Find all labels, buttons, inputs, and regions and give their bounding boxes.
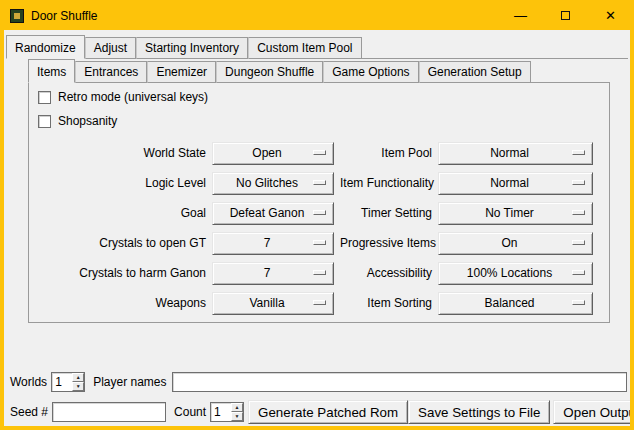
crystals-ganon-dropdown[interactable]: 7 <box>212 262 334 285</box>
dropdown-indicator-icon <box>572 210 585 215</box>
maximize-icon <box>561 11 570 20</box>
option-row: Logic Level No Glitches Item Functionali… <box>29 168 609 198</box>
logic-level-dropdown[interactable]: No Glitches <box>212 172 334 195</box>
minimize-icon: — <box>514 8 527 23</box>
item-functionality-label: Item Functionality <box>340 176 432 190</box>
count-spinner[interactable]: ▲ ▼ <box>210 402 244 422</box>
item-sorting-dropdown[interactable]: Balanced <box>438 292 593 315</box>
spinner-down-icon[interactable]: ▼ <box>72 382 84 391</box>
world-state-dropdown[interactable]: Open <box>212 142 334 165</box>
timer-setting-label: Timer Setting <box>340 206 432 220</box>
dropdown-indicator-icon <box>572 270 585 275</box>
item-pool-label: Item Pool <box>340 146 432 160</box>
shopsanity-checkbox[interactable] <box>38 115 51 128</box>
logic-level-value: No Glitches <box>236 176 298 190</box>
tab-entrances[interactable]: Entrances <box>75 61 147 83</box>
dropdown-indicator-icon <box>313 240 326 245</box>
crystals-gt-dropdown[interactable]: 7 <box>212 232 334 255</box>
goal-label: Goal <box>30 206 206 220</box>
retro-mode-checkbox[interactable] <box>38 91 51 104</box>
timer-setting-value: No Timer <box>485 206 534 220</box>
worlds-label: Worlds <box>10 375 47 389</box>
tab-generation-setup[interactable]: Generation Setup <box>419 61 531 83</box>
close-button[interactable]: ✕ <box>588 1 633 30</box>
worlds-row: Worlds ▲ ▼ Player names <box>10 370 627 394</box>
goal-value: Defeat Ganon <box>230 206 305 220</box>
spinner-up-icon[interactable]: ▲ <box>72 373 84 382</box>
window-controls: — ✕ <box>498 1 633 30</box>
option-row: Goal Defeat Ganon Timer Setting No Timer <box>29 198 609 228</box>
dropdown-indicator-icon <box>313 210 326 215</box>
count-spinner-arrows: ▲ ▼ <box>231 403 243 421</box>
open-output-directory-button[interactable]: Open Output Directory <box>553 400 630 424</box>
progressive-items-value: On <box>501 236 517 250</box>
tab-adjust[interactable]: Adjust <box>85 37 136 59</box>
accessibility-label: Accessibility <box>340 266 432 280</box>
option-row: World State Open Item Pool Normal <box>29 138 609 168</box>
generate-patched-rom-button[interactable]: Generate Patched Rom <box>248 400 408 424</box>
worlds-spinner[interactable]: ▲ ▼ <box>51 372 85 392</box>
client-area: Randomize Adjust Starting Inventory Cust… <box>4 30 630 426</box>
timer-setting-dropdown[interactable]: No Timer <box>438 202 593 225</box>
player-names-input[interactable] <box>172 372 628 392</box>
world-state-label: World State <box>30 146 206 160</box>
shopsanity-row: Shopsanity <box>29 109 609 133</box>
door-shuffle-window: Door Shuffle — ✕ Randomize Adjust Starti… <box>0 0 634 430</box>
count-input[interactable] <box>211 403 231 421</box>
dropdown-indicator-icon <box>572 240 585 245</box>
goal-dropdown[interactable]: Defeat Ganon <box>212 202 334 225</box>
save-settings-button[interactable]: Save Settings to File <box>408 400 550 424</box>
secondary-tab-bar: Items Entrances Enemizer Dungeon Shuffle… <box>28 59 610 83</box>
accessibility-value: 100% Locations <box>467 266 552 280</box>
close-icon: ✕ <box>605 8 616 23</box>
logic-level-label: Logic Level <box>30 176 206 190</box>
item-pool-dropdown[interactable]: Normal <box>438 142 593 165</box>
dropdown-indicator-icon <box>313 300 326 305</box>
dropdown-indicator-icon <box>313 150 326 155</box>
minimize-button[interactable]: — <box>498 1 543 30</box>
option-row: Crystals to open GT 7 Progressive Items … <box>29 228 609 258</box>
spinner-up-icon[interactable]: ▲ <box>231 403 243 412</box>
world-state-value: Open <box>252 146 281 160</box>
tab-dungeon-shuffle[interactable]: Dungeon Shuffle <box>216 61 323 83</box>
primary-tab-bar: Randomize Adjust Starting Inventory Cust… <box>6 35 628 59</box>
maximize-button[interactable] <box>543 1 588 30</box>
option-row: Crystals to harm Ganon 7 Accessibility 1… <box>29 258 609 288</box>
item-sorting-value: Balanced <box>484 296 534 310</box>
seed-input[interactable] <box>52 402 166 422</box>
seed-row: Seed # Count ▲ ▼ Generate Patched Rom Sa… <box>10 400 627 424</box>
weapons-value: Vanilla <box>249 296 284 310</box>
tab-starting-inventory[interactable]: Starting Inventory <box>136 37 248 59</box>
titlebar: Door Shuffle — ✕ <box>1 1 633 30</box>
tab-randomize[interactable]: Randomize <box>6 35 85 59</box>
crystals-gt-value: 7 <box>264 236 271 250</box>
player-names-label: Player names <box>93 375 166 389</box>
option-row: Weapons Vanilla Item Sorting Balanced <box>29 288 609 318</box>
dropdown-indicator-icon <box>313 180 326 185</box>
items-pane: Retro mode (universal keys) Shopsanity W… <box>28 83 610 323</box>
item-pool-value: Normal <box>490 146 529 160</box>
crystals-ganon-label: Crystals to harm Ganon <box>30 266 206 280</box>
shopsanity-label: Shopsanity <box>58 114 117 128</box>
weapons-dropdown[interactable]: Vanilla <box>212 292 334 315</box>
app-icon <box>10 9 24 23</box>
retro-mode-label: Retro mode (universal keys) <box>58 90 208 104</box>
window-title: Door Shuffle <box>31 9 98 23</box>
weapons-label: Weapons <box>30 296 206 310</box>
tab-enemizer[interactable]: Enemizer <box>147 61 216 83</box>
item-sorting-label: Item Sorting <box>340 296 432 310</box>
worlds-input[interactable] <box>52 373 72 391</box>
dropdown-indicator-icon <box>313 270 326 275</box>
tab-items[interactable]: Items <box>28 59 75 83</box>
dropdown-indicator-icon <box>572 180 585 185</box>
tab-game-options[interactable]: Game Options <box>323 61 418 83</box>
retro-mode-row: Retro mode (universal keys) <box>29 85 609 109</box>
spinner-down-icon[interactable]: ▼ <box>231 412 243 421</box>
progressive-items-dropdown[interactable]: On <box>438 232 593 255</box>
dropdown-indicator-icon <box>572 300 585 305</box>
accessibility-dropdown[interactable]: 100% Locations <box>438 262 593 285</box>
progressive-items-label: Progressive Items <box>340 236 432 250</box>
count-label: Count <box>174 405 206 419</box>
tab-custom-item-pool[interactable]: Custom Item Pool <box>248 37 361 59</box>
item-functionality-dropdown[interactable]: Normal <box>438 172 593 195</box>
